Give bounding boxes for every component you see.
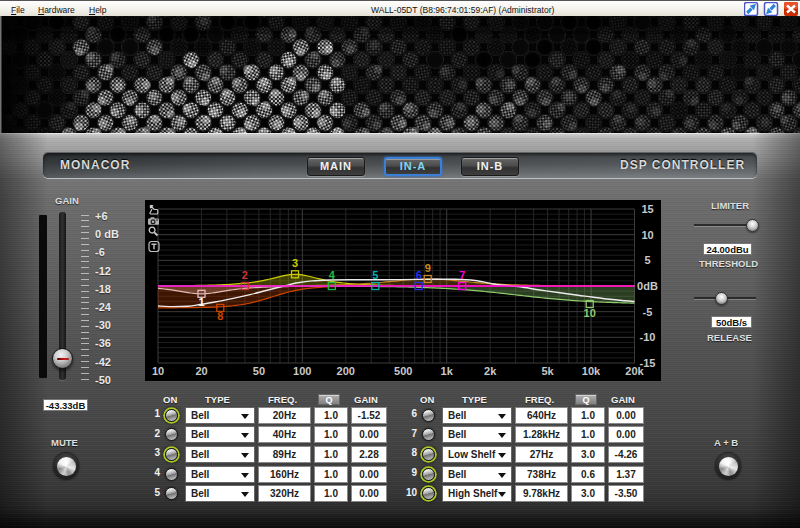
svg-text:1k: 1k	[441, 365, 454, 377]
svg-text:9: 9	[425, 262, 431, 274]
svg-text:-15: -15	[640, 357, 656, 369]
svg-text:10k: 10k	[582, 365, 601, 377]
svg-text:4: 4	[329, 269, 336, 281]
svg-text:0dB: 0dB	[637, 280, 658, 292]
svg-text:-5: -5	[643, 306, 653, 318]
svg-text:50: 50	[253, 365, 265, 377]
svg-text:-10: -10	[640, 331, 656, 343]
svg-text:20: 20	[195, 365, 207, 377]
svg-text:8: 8	[217, 310, 223, 322]
svg-text:500: 500	[394, 365, 412, 377]
svg-text:1: 1	[198, 296, 204, 308]
svg-text:6: 6	[416, 269, 422, 281]
svg-text:7: 7	[459, 269, 465, 281]
svg-text:10: 10	[152, 365, 164, 377]
svg-text:10: 10	[584, 307, 596, 319]
svg-text:5: 5	[372, 269, 378, 281]
svg-text:3: 3	[292, 257, 298, 269]
svg-text:15: 15	[641, 203, 653, 215]
svg-text:2k: 2k	[484, 365, 497, 377]
svg-text:2: 2	[242, 269, 248, 281]
svg-text:5k: 5k	[541, 365, 554, 377]
svg-text:10: 10	[641, 229, 653, 241]
svg-text:100: 100	[293, 365, 311, 377]
svg-text:5: 5	[644, 254, 650, 266]
svg-text:200: 200	[337, 365, 355, 377]
